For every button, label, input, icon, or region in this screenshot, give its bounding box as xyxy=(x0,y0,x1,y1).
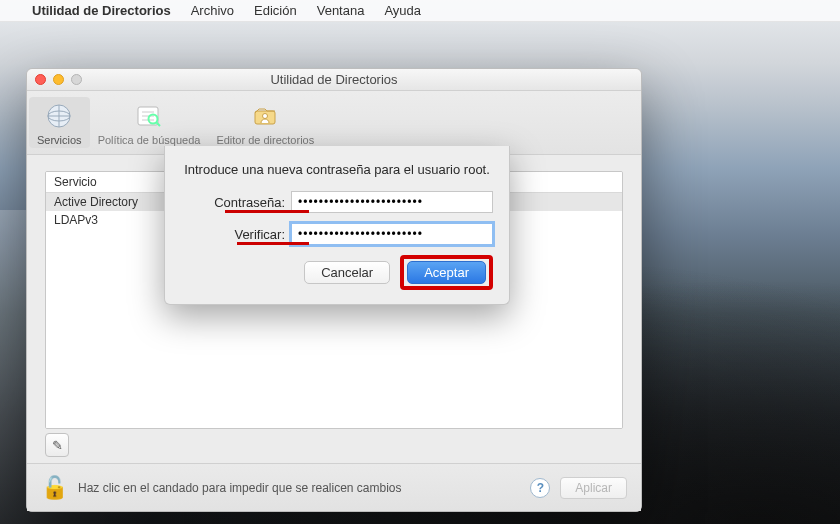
toolbar-dir-editor[interactable]: Editor de directorios xyxy=(208,97,322,148)
verify-label: Verificar: xyxy=(181,227,291,242)
annotation-highlight-box: Aceptar xyxy=(400,255,493,290)
pencil-icon: ✎ xyxy=(52,438,63,453)
close-icon[interactable] xyxy=(35,74,46,85)
cancel-button[interactable]: Cancelar xyxy=(304,261,390,284)
toolbar-search-policy-label: Política de búsqueda xyxy=(98,134,201,146)
apply-button: Aplicar xyxy=(560,477,627,499)
toolbar-dir-editor-label: Editor de directorios xyxy=(216,134,314,146)
toolbar-services-label: Servicios xyxy=(37,134,82,146)
verify-row: Verificar: xyxy=(181,223,493,245)
lock-open-icon[interactable]: 🔓 xyxy=(41,475,68,501)
help-icon: ? xyxy=(537,481,544,495)
zoom-icon[interactable] xyxy=(71,74,82,85)
window-title: Utilidad de Directorios xyxy=(270,72,397,87)
root-password-sheet: Introduce una nueva contraseña para el u… xyxy=(164,146,510,305)
accept-button[interactable]: Aceptar xyxy=(407,261,486,284)
window-titlebar[interactable]: Utilidad de Directorios xyxy=(27,69,641,91)
menubar-app-name[interactable]: Utilidad de Directorios xyxy=(32,3,171,18)
window-footer: 🔓 Haz clic en el candado para impedir qu… xyxy=(27,463,641,511)
annotation-underline xyxy=(225,210,309,213)
password-field[interactable] xyxy=(291,191,493,213)
minimize-icon[interactable] xyxy=(53,74,64,85)
menu-edicion[interactable]: Edición xyxy=(254,3,297,18)
svg-point-9 xyxy=(263,114,268,119)
sheet-prompt: Introduce una nueva contraseña para el u… xyxy=(181,162,493,177)
toolbar-search-policy[interactable]: Política de búsqueda xyxy=(90,97,209,148)
help-button[interactable]: ? xyxy=(530,478,550,498)
sheet-button-row: Cancelar Aceptar xyxy=(181,255,493,290)
annotation-underline xyxy=(237,242,309,245)
toolbar-services[interactable]: Servicios xyxy=(29,97,90,148)
password-row: Contraseña: xyxy=(181,191,493,213)
edit-toolbar: ✎ xyxy=(45,433,623,457)
globe-icon xyxy=(44,100,74,132)
menubar: Utilidad de Directorios Archivo Edición … xyxy=(0,0,840,22)
menu-ayuda[interactable]: Ayuda xyxy=(384,3,421,18)
folder-person-icon xyxy=(250,100,280,132)
password-label: Contraseña: xyxy=(181,195,291,210)
lock-hint-text: Haz clic en el candado para impedir que … xyxy=(78,481,402,495)
menu-ventana[interactable]: Ventana xyxy=(317,3,365,18)
verify-field[interactable] xyxy=(291,223,493,245)
magnifier-list-icon xyxy=(134,100,164,132)
menu-archivo[interactable]: Archivo xyxy=(191,3,234,18)
edit-button[interactable]: ✎ xyxy=(45,433,69,457)
window-controls xyxy=(35,74,82,85)
